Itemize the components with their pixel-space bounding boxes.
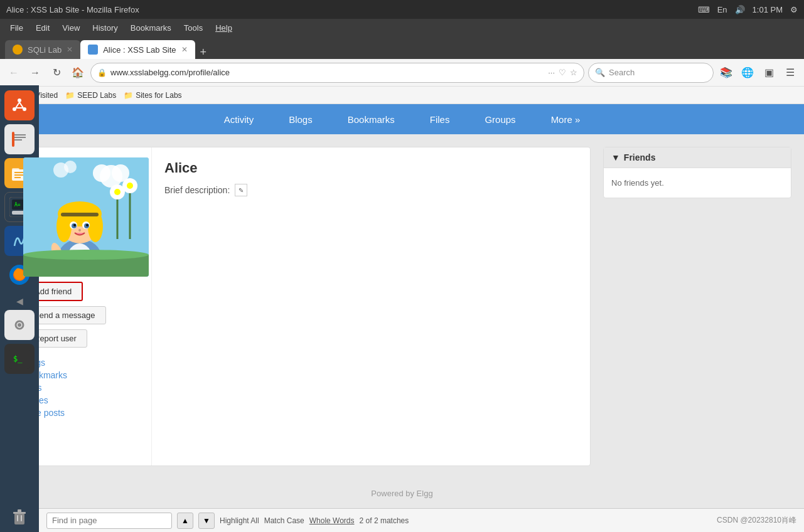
library-icon[interactable]: 📚 — [717, 64, 735, 82]
text-editor-icon[interactable] — [4, 124, 35, 154]
keyboard-icon: ⌨ — [698, 5, 710, 14]
friends-body: No friends yet. — [604, 168, 791, 198]
tab-sqli-favicon — [13, 45, 23, 55]
menu-view[interactable]: View — [57, 22, 85, 34]
search-bar[interactable]: 🔍 Search — [588, 63, 714, 83]
svg-text:A=: A= — [14, 202, 21, 208]
svg-text:$_: $_ — [13, 354, 23, 363]
title-bar: Alice : XSS Lab Site - Mozilla Firefox ⌨… — [0, 0, 804, 19]
lang-icon: En — [717, 5, 727, 14]
find-input[interactable] — [46, 513, 172, 529]
tab-add-button[interactable]: + — [195, 46, 212, 59]
friends-header: ▼ Friends — [604, 147, 791, 168]
url-bar[interactable]: 🔒 www.xsslabelgg.com/profile/alice ··· ♡… — [90, 63, 584, 83]
nav-blogs[interactable]: Blogs — [284, 112, 318, 127]
find-prev-button[interactable]: ▲ — [177, 513, 193, 529]
menu-tools[interactable]: Tools — [179, 22, 208, 34]
volume-icon: 🔊 — [735, 5, 745, 14]
bookmark-star-icon[interactable]: ☆ — [570, 68, 577, 77]
nav-files[interactable]: Files — [425, 112, 455, 127]
settings-icon: ⚙ — [790, 5, 798, 14]
url-text: www.xsslabelgg.com/profile/alice — [110, 68, 544, 77]
bookmark-sites-for-labs[interactable]: 📁 Sites for Labs — [124, 91, 181, 100]
svg-point-27 — [18, 323, 21, 327]
profile-section: Add friend Send a message Report user Bl… — [0, 134, 804, 479]
menu-history[interactable]: History — [87, 22, 122, 34]
friends-triangle-icon: ▼ — [611, 152, 620, 162]
match-case-option[interactable]: Match Case — [264, 516, 304, 525]
nav-more[interactable]: More » — [546, 112, 586, 127]
edit-description-icon[interactable]: ✎ — [235, 184, 247, 196]
back-button[interactable]: ← — [5, 64, 23, 82]
profile-description: Brief description: ✎ — [164, 184, 577, 196]
time-display: 1:01 PM — [753, 5, 783, 14]
title-bar-left: Alice : XSS Lab Site - Mozilla Firefox — [6, 5, 139, 14]
svg-point-58 — [73, 224, 76, 226]
toolbar-icons: 📚 🌐 ▣ ☰ — [717, 64, 799, 82]
svg-point-59 — [86, 224, 88, 226]
menu-help[interactable]: Help — [210, 22, 237, 34]
friends-empty-text: No friends yet. — [611, 178, 664, 188]
nav-activity[interactable]: Activity — [219, 112, 259, 127]
brief-desc-label: Brief description: — [164, 185, 230, 195]
svg-rect-8 — [13, 134, 26, 136]
reload-button[interactable]: ↻ — [48, 64, 65, 82]
profile-card: Add friend Send a message Report user Bl… — [13, 147, 591, 466]
title-bar-text: Alice : XSS Lab Site - Mozilla Firefox — [6, 5, 139, 14]
home-button[interactable]: 🏠 — [69, 64, 87, 82]
url-more-icon[interactable]: ··· — [548, 68, 555, 77]
svg-point-40 — [64, 161, 77, 173]
find-matches: 2 of 2 matches — [360, 516, 409, 525]
tab-sqli[interactable]: SQLi Lab ✕ — [5, 40, 80, 59]
menu-edit[interactable]: Edit — [31, 22, 55, 34]
find-bar: ▲ ▼ Highlight All Match Case Whole Words… — [39, 508, 804, 532]
sidebar-toggle-icon[interactable]: ▣ — [760, 64, 778, 82]
svg-point-63 — [23, 250, 149, 260]
friends-card: ▼ Friends No friends yet. — [603, 147, 791, 198]
menu-file[interactable]: File — [5, 22, 28, 34]
highlight-all-option[interactable]: Highlight All — [220, 516, 259, 525]
svg-point-38 — [93, 164, 110, 182]
bookmark-heart-icon[interactable]: ♡ — [559, 68, 566, 77]
bookmark-sites-for-labs-label: Sites for Labs — [136, 91, 181, 100]
content-wrapper: A= ◀ $_ — [0, 104, 804, 508]
trash-icon[interactable] — [4, 502, 35, 508]
nav-groups[interactable]: Groups — [480, 112, 520, 127]
terminal-icon[interactable]: $_ — [4, 344, 35, 374]
main-wrapper: Activity Blogs Bookmarks Files Groups Mo… — [0, 104, 804, 508]
tab-sqli-close[interactable]: ✕ — [67, 45, 73, 54]
url-actions: ··· ♡ ☆ — [548, 68, 577, 77]
svg-rect-10 — [13, 139, 22, 141]
menu-bookmarks[interactable]: Bookmarks — [126, 22, 176, 34]
svg-rect-11 — [12, 132, 14, 147]
svg-rect-53 — [61, 213, 99, 216]
tab-alice[interactable]: Alice : XSS Lab Site ✕ — [80, 40, 195, 59]
lock-icon: 🔒 — [97, 68, 107, 77]
tab-alice-label: Alice : XSS Lab Site — [103, 45, 176, 55]
svg-point-60 — [78, 229, 81, 231]
bookmark-seed-labs[interactable]: 📁 SEED Labs — [65, 91, 116, 100]
svg-rect-17 — [14, 177, 21, 178]
tab-alice-close[interactable]: ✕ — [181, 45, 188, 54]
find-next-button[interactable]: ▼ — [198, 513, 215, 529]
svg-rect-14 — [12, 168, 19, 171]
search-placeholder: Search — [609, 68, 635, 77]
nav-bookmarks[interactable]: Bookmarks — [343, 112, 400, 127]
title-bar-icons: ⌨ En 🔊 1:01 PM ⚙ — [698, 5, 798, 14]
ubuntu-icon[interactable] — [4, 104, 35, 120]
folder-icon-1: 📁 — [65, 91, 75, 100]
whole-words-option[interactable]: Whole Words — [309, 516, 355, 525]
powered-by-text: Powered by Elgg — [371, 489, 432, 498]
profile-main: Alice Brief description: ✎ — [151, 147, 590, 466]
bookmarks-bar: ⭐ Most Visited 📁 SEED Labs 📁 Sites for L… — [0, 87, 804, 104]
settings-app-icon[interactable] — [4, 310, 35, 340]
folder-icon-2: 📁 — [124, 91, 133, 100]
forward-button[interactable]: → — [26, 64, 44, 82]
profile-name: Alice — [164, 160, 577, 176]
globe-icon[interactable]: 🌐 — [739, 64, 756, 82]
profile-avatar — [23, 157, 149, 277]
tab-bar: SQLi Lab ✕ Alice : XSS Lab Site ✕ + — [0, 36, 804, 59]
sidebar-collapse-arrow[interactable]: ◀ — [16, 296, 23, 306]
menu-icon[interactable]: ☰ — [781, 64, 799, 82]
bookmark-seed-labs-label: SEED Labs — [77, 91, 116, 100]
